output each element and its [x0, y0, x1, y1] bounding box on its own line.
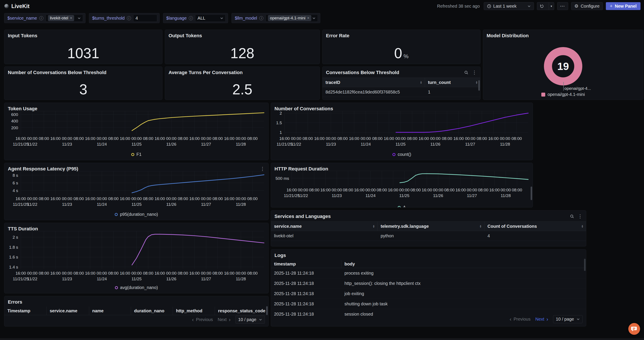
column-header-name[interactable]: name: [89, 307, 131, 315]
column-header-language[interactable]: telemetry.sdk.language▴▾: [378, 222, 484, 231]
column-header-duration[interactable]: duration_nano: [131, 307, 173, 315]
chart-legend[interactable]: openai/gpt-4.1-mini: [483, 92, 643, 97]
next-page-button[interactable]: Next›: [535, 316, 548, 322]
svg-text:00:00: 00:00: [236, 271, 246, 276]
info-icon[interactable]: i: [189, 16, 193, 20]
column-header-status-code[interactable]: response_status_code: [215, 307, 268, 315]
column-header-timestamp[interactable]: timestamp: [271, 260, 342, 268]
llm-model-select[interactable]: openai/gpt-4.1-mini×: [266, 14, 318, 22]
log-row[interactable]: 2025-11-28 11:24:18 process exiting: [271, 268, 586, 278]
column-header-body[interactable]: body: [342, 260, 586, 268]
panel-scrollbar[interactable]: [266, 306, 268, 315]
model-distribution-donut[interactable]: 19openai/gpt-4...19: [483, 38, 643, 91]
kebab-menu-icon[interactable]: ⋮: [578, 215, 582, 218]
search-icon[interactable]: [464, 70, 468, 75]
svg-text:16:00: 16:00: [279, 136, 290, 141]
chat-widget-button[interactable]: [628, 323, 640, 335]
table-scrollbar[interactable]: [478, 80, 480, 91]
panel-input-tokens[interactable]: Input Tokens 1031: [4, 30, 162, 64]
column-header-service-name[interactable]: service.name▴▾: [271, 222, 378, 231]
table-row[interactable]: 2bfd0095143f6de0074a8d5efa9843de 2: [322, 97, 480, 100]
page-size-select[interactable]: 10 / page: [553, 315, 582, 323]
new-panel-button[interactable]: + New Panel: [606, 2, 640, 10]
chart-legend[interactable]: p95(duration_nano): [4, 212, 268, 217]
panel-error-rate[interactable]: Error Rate 0%: [322, 30, 480, 64]
service-name-select[interactable]: livekit-otel×: [46, 14, 83, 22]
chart-legend[interactable]: count(): [271, 152, 532, 157]
panel-number-of-conversations[interactable]: Number of Conversations 21.5116:0000:000…: [271, 103, 533, 160]
log-row[interactable]: 2025-11-28 11:24:18 shutting down job ta…: [271, 299, 586, 309]
info-icon[interactable]: i: [259, 16, 263, 20]
previous-page-button[interactable]: ‹Previous: [510, 316, 531, 322]
svg-text:11/24: 11/24: [361, 142, 371, 146]
cell-timestamp: 2025-11-28 11:24:18: [271, 278, 342, 288]
table-row[interactable]: livekit-otel python 4: [271, 231, 586, 241]
svg-text:1.4 s: 1.4 s: [9, 265, 18, 270]
panel-scrollbar[interactable]: [584, 259, 586, 271]
turns-threshold-input[interactable]: 4: [133, 14, 157, 22]
panel-logs[interactable]: Logs timestamp body 2025-11-28 11:24:18 …: [271, 249, 586, 326]
time-range-select[interactable]: Last 1 week: [484, 2, 534, 10]
refresh-button[interactable]: [537, 2, 546, 10]
panel-title: Average Turns Per Conversation: [168, 70, 243, 76]
panel-http-request-duration[interactable]: HTTP Request Duration 500 ms16:0000:0008…: [271, 163, 533, 208]
svg-text:08:00: 08:00: [108, 136, 118, 141]
tts-duration-chart[interactable]: 2 s1.8 s1.6 s1.4 s16:0000:0008:0016:0000…: [4, 230, 268, 283]
table-row[interactable]: 8d254de1182f6cea19ded60f376858c5 1: [322, 87, 480, 97]
more-options-button[interactable]: ⋯: [557, 2, 568, 10]
chat-bubble-icon: [631, 326, 638, 332]
horizontal-scrollbar[interactable]: [0, 338, 644, 340]
next-page-button[interactable]: Next›: [218, 317, 230, 323]
latency-chart[interactable]: 8 s6 s4 s16:0000:0008:0016:0000:0008:001…: [4, 170, 268, 208]
conversations-chart[interactable]: 21.5116:0000:0008:0016:0000:0008:0016:00…: [271, 110, 532, 148]
column-header-timestamp[interactable]: Timestamp: [4, 307, 47, 315]
http-duration-chart[interactable]: 500 ms16:0000:0008:0016:0000:0008:0016:0…: [271, 169, 532, 200]
language-select[interactable]: ALL: [195, 14, 226, 22]
svg-text:11/21/25: 11/21/25: [277, 142, 292, 146]
svg-text:00:00: 00:00: [430, 136, 440, 141]
panel-conversations-table[interactable]: Conversations Below Threshold ⋮ traceID▴…: [322, 66, 480, 100]
token-usage-chart[interactable]: 60040020016:0000:0008:0016:0000:0008:001…: [4, 110, 268, 148]
chart-legend[interactable]: F1: [4, 152, 268, 157]
svg-text:16:00: 16:00: [189, 136, 200, 141]
chart-legend[interactable]: A: [271, 205, 532, 208]
log-row[interactable]: 2025-11-28 11:24:18 job exiting: [271, 288, 586, 299]
previous-page-button[interactable]: ‹Previous: [192, 317, 213, 323]
cell-service-name: livekit-otel: [271, 231, 378, 240]
remove-value-icon[interactable]: ×: [307, 16, 309, 20]
panel-scrollbar[interactable]: [531, 186, 532, 200]
cell-timestamp: 2025-11-28 11:24:18: [271, 299, 342, 309]
column-header-http-method[interactable]: http_method: [173, 307, 215, 315]
column-header-service-name[interactable]: service.name: [47, 307, 89, 315]
panel-token-usage[interactable]: Token Usage 60040020016:0000:0008:0016:0…: [4, 103, 268, 160]
panel-average-turns[interactable]: Average Turns Per Conversation 2.5: [165, 66, 320, 100]
panel-agent-response-latency[interactable]: Agent Response Latency (P95) ⋮ 8 s6 s4 s…: [4, 163, 268, 220]
info-icon[interactable]: i: [39, 16, 44, 20]
svg-text:11/28: 11/28: [500, 142, 510, 146]
panel-services-languages[interactable]: Services and Languages ⋮ service.name▴▾ …: [271, 210, 586, 246]
chart-legend[interactable]: avg(duration_nano): [4, 285, 268, 290]
panel-tts-duration[interactable]: TTS Duration 2 s1.8 s1.6 s1.4 s16:0000:0…: [4, 223, 268, 293]
column-header-turn-count[interactable]: turn_count▴▾: [425, 78, 480, 87]
svg-text:00:00: 00:00: [27, 196, 38, 201]
configure-icon: ⚙: [574, 4, 578, 9]
configure-button[interactable]: ⚙ Configure: [571, 2, 603, 10]
refresh-interval-dropdown[interactable]: ▾: [549, 2, 554, 10]
column-header-traceid[interactable]: traceID▴▾: [322, 78, 425, 87]
panel-model-distribution[interactable]: Model Distribution 19openai/gpt-4...19 o…: [483, 30, 643, 100]
panel-output-tokens[interactable]: Output Tokens 128: [165, 30, 320, 64]
panel-errors[interactable]: Errors Timestamp service.name name durat…: [4, 296, 268, 326]
svg-text:16:00: 16:00: [489, 188, 500, 192]
info-icon[interactable]: i: [127, 16, 131, 20]
remove-value-icon[interactable]: ×: [70, 16, 72, 20]
column-header-count[interactable]: Count of Conversations▴▾: [484, 222, 586, 231]
svg-text:11/25: 11/25: [132, 276, 142, 281]
panel-conversations-below-threshold-count[interactable]: Number of Conversations Below Threshold …: [4, 66, 162, 100]
svg-text:08:00: 08:00: [512, 136, 522, 141]
svg-text:16:00: 16:00: [85, 136, 96, 141]
page-size-select[interactable]: 10 / page: [236, 316, 265, 324]
svg-text:00:00: 00:00: [236, 136, 246, 141]
log-row[interactable]: 2025-11-28 11:24:18 http_session(): clos…: [271, 278, 586, 288]
kebab-menu-icon[interactable]: ⋮: [472, 71, 477, 74]
search-icon[interactable]: [570, 214, 574, 218]
